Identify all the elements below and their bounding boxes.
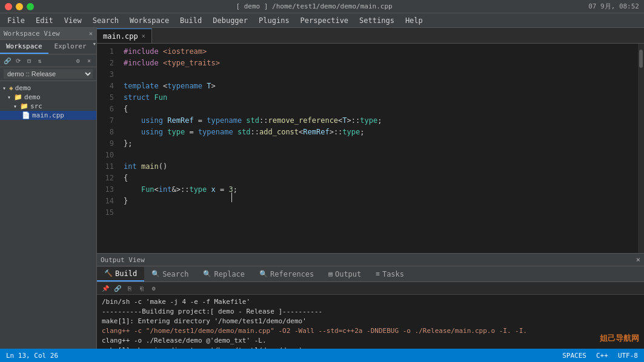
file-tree: ▾ ◈ demo ▾ 📁 demo ▾ 📁 src 📄 main.cpp <box>0 81 96 362</box>
output-panel-header: Output View × <box>97 254 644 266</box>
tasks-tab-label: Tasks <box>382 270 404 278</box>
workspace-panel: Workspace View × Workspace Explorer ▾ 🔗 … <box>0 28 97 362</box>
output-tab-icon: ▤ <box>328 270 333 278</box>
tasks-tab-icon: ≡ <box>376 270 380 278</box>
workspace-panel-header: Workspace View × <box>0 28 96 40</box>
output-tab-tasks[interactable]: ≡ Tasks <box>368 268 411 281</box>
tree-label-main-cpp: main.cpp <box>32 111 64 119</box>
output-toolbar-copy1[interactable]: ⎘ <box>125 283 134 293</box>
output-line-5: clang++ -o ./Release/demo @'demo_txt' -L… <box>102 336 639 346</box>
tree-label-src: src <box>30 102 42 110</box>
menu-item-settings[interactable]: Settings <box>354 15 399 26</box>
cursor-caret <box>231 193 232 202</box>
workspace-toolbar: 🔗 ⟳ ⊟ ⇅ ⚙ × <box>0 54 96 67</box>
tab-close-icon[interactable]: × <box>142 33 145 39</box>
tree-label-demo-project: demo <box>15 84 32 92</box>
code-editor[interactable]: #include <iostream> #include <type_trait… <box>119 44 644 253</box>
menu-item-build[interactable]: Build <box>175 15 207 26</box>
search-tab-label: Search <box>162 270 188 278</box>
toolbar-collapse-icon[interactable]: ⊟ <box>24 56 34 65</box>
replace-tab-icon: 🔍 <box>203 270 211 278</box>
references-tab-icon: 🔍 <box>259 270 268 278</box>
output-panel-close[interactable]: × <box>636 255 640 264</box>
status-right: SPACES C++ UTF-8 <box>562 352 638 360</box>
close-window-btn[interactable] <box>5 3 12 10</box>
output-tab-replace[interactable]: 🔍 Replace <box>196 268 252 281</box>
output-panel: Output View × 🔨 Build 🔍 Search 🔍 Replace… <box>97 253 644 362</box>
menu-item-search[interactable]: Search <box>88 15 124 26</box>
menu-item-edit[interactable]: Edit <box>31 15 58 26</box>
project-icon: ◈ <box>9 84 13 92</box>
tree-item-main-cpp[interactable]: 📄 main.cpp <box>0 111 96 120</box>
line-numbers: 12345 678910 1112131415 <box>97 44 119 253</box>
output-line-2: ----------Building project:[ demo - Rele… <box>102 307 639 317</box>
title-bar: [ demo ] /home/test1/demo/demo/main.cpp … <box>0 0 644 13</box>
output-tab-output[interactable]: ▤ Output <box>321 268 368 281</box>
editor-tab-main-cpp[interactable]: main.cpp × <box>97 28 152 43</box>
status-bar: Ln 13, Col 26 SPACES C++ UTF-8 <box>0 349 644 362</box>
scrollbar-thumb[interactable] <box>639 50 643 68</box>
replace-tab-label: Replace <box>214 270 245 278</box>
output-tab-label: Output <box>335 270 361 278</box>
tree-item-demo-folder[interactable]: ▾ 📁 demo <box>0 93 96 102</box>
project-selector[interactable]: demo :: Release <box>0 67 96 81</box>
output-toolbar-pin[interactable]: 📌 <box>101 283 110 293</box>
minimize-window-btn[interactable] <box>16 3 23 10</box>
status-encoding: UTF-8 <box>618 352 638 360</box>
window-controls <box>5 3 34 10</box>
status-language: C++ <box>596 352 608 360</box>
tree-item-demo-project[interactable]: ▾ ◈ demo <box>0 84 96 93</box>
toolbar-sync-icon[interactable]: ⟳ <box>13 56 23 65</box>
editor-tabs: main.cpp × <box>97 28 644 44</box>
window-title: [ demo ] /home/test1/demo/demo/main.cpp <box>40 2 588 10</box>
toolbar-link-icon[interactable]: 🔗 <box>2 56 12 65</box>
tree-label-demo-folder: demo <box>24 93 41 101</box>
output-toolbar: 📌 🔗 ⎘ ⎗ ⚙ <box>97 282 644 295</box>
menu-item-view[interactable]: View <box>59 15 87 26</box>
menu-item-plugins[interactable]: Plugins <box>254 15 294 26</box>
watermark: 姐己导航网 <box>600 333 639 344</box>
menu-item-debugger[interactable]: Debugger <box>208 15 253 26</box>
tree-item-src-folder[interactable]: ▾ 📁 src <box>0 102 96 111</box>
search-tab-icon: 🔍 <box>151 270 160 278</box>
workspace-tab-workspace[interactable]: Workspace <box>0 40 48 54</box>
main-layout: Workspace View × Workspace Explorer ▾ 🔗 … <box>0 28 644 362</box>
maximize-window-btn[interactable] <box>27 3 34 10</box>
project-dropdown[interactable]: demo :: Release <box>4 69 93 79</box>
menu-item-perspective[interactable]: Perspective <box>296 15 353 26</box>
editor-tab-label: main.cpp <box>103 32 138 41</box>
src-folder-icon: 📁 <box>20 102 28 110</box>
workspace-panel-close[interactable]: × <box>88 30 93 38</box>
output-tab-build[interactable]: 🔨 Build <box>97 267 144 281</box>
output-tabs: 🔨 Build 🔍 Search 🔍 Replace 🔍 References … <box>97 266 644 282</box>
toolbar-filter-icon[interactable]: ⚙ <box>73 56 83 65</box>
expand-icon-2: ▾ <box>7 94 11 100</box>
toolbar-close2-icon[interactable]: × <box>84 56 94 65</box>
status-position: Ln 13, Col 26 <box>6 352 58 360</box>
workspace-tabs-chevron[interactable]: ▾ <box>93 40 97 54</box>
menu-item-workspace[interactable]: Workspace <box>125 15 174 26</box>
folder-icon: 📁 <box>14 93 22 101</box>
menu-item-help[interactable]: Help <box>400 15 428 26</box>
references-tab-label: References <box>270 270 314 278</box>
file-icon: 📄 <box>22 111 30 119</box>
right-panel: main.cpp × 12345 678910 1112131415 #incl… <box>97 28 644 362</box>
output-toolbar-settings[interactable]: ⚙ <box>149 283 159 293</box>
toolbar-sort-icon[interactable]: ⇅ <box>35 56 45 65</box>
menu-item-file[interactable]: File <box>2 15 30 26</box>
output-toolbar-link[interactable]: 🔗 <box>113 283 122 293</box>
output-tab-search[interactable]: 🔍 Search <box>144 268 196 281</box>
build-tab-label: Build <box>115 269 137 278</box>
status-spaces: SPACES <box>562 352 586 360</box>
workspace-tab-explorer[interactable]: Explorer <box>48 40 93 54</box>
build-tab-icon: 🔨 <box>104 269 113 277</box>
menu-bar: FileEditViewSearchWorkspaceBuildDebugger… <box>0 13 644 28</box>
output-line-4: clang++ -c "/home/test1/demo/demo/main.c… <box>102 326 639 336</box>
editor-scrollbar[interactable] <box>638 44 644 253</box>
workspace-tabs: Workspace Explorer ▾ <box>0 40 96 54</box>
output-toolbar-copy2[interactable]: ⎗ <box>137 283 147 293</box>
expand-icon: ▾ <box>2 85 6 91</box>
editor-area[interactable]: 12345 678910 1112131415 #include <iostre… <box>97 44 644 253</box>
output-tab-references[interactable]: 🔍 References <box>252 268 321 281</box>
output-line-3: make[1]: Entering directory '/home/test1… <box>102 317 639 326</box>
